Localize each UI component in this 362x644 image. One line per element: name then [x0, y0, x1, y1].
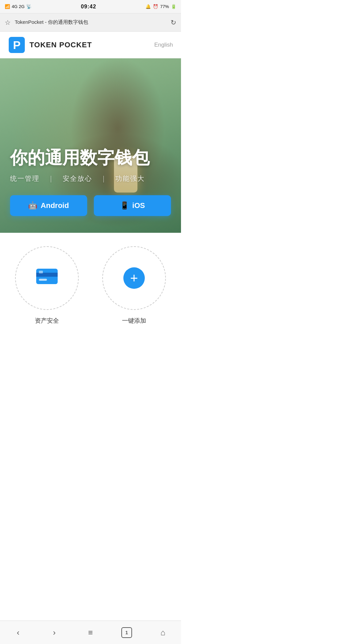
feature-2: 安全放心 [63, 175, 92, 182]
logo-text: TOKEN POCKET [29, 41, 92, 49]
browser-title: TokenPocket - 你的通用数字钱包 [15, 19, 167, 25]
svg-text:P: P [13, 39, 21, 51]
ios-label: iOS [132, 201, 145, 210]
status-left: 📶 4G 2G 📡 [5, 4, 32, 9]
feature-1-label: 资产安全 [35, 317, 59, 325]
signal-icon: 📶 [5, 4, 10, 9]
feature-one-click-add: + 一键添加 [94, 246, 174, 325]
feature-circle-2: + [102, 246, 166, 310]
android-icon: 🤖 [28, 201, 37, 210]
hero-title: 你的通用数字钱包 [10, 148, 171, 168]
android-label: Android [41, 201, 69, 210]
svg-rect-4 [39, 279, 47, 281]
feature-1: 统一管理 [10, 175, 40, 182]
hero-content: 你的通用数字钱包 统一管理 ｜ 安全放心 ｜ 功能强大 🤖 Android 📱 … [0, 148, 181, 216]
status-right: 🔔 ⏰ 77% 🔋 [145, 4, 176, 9]
android-download-button[interactable]: 🤖 Android [10, 195, 87, 216]
feature-asset-security: 资产安全 [7, 246, 87, 325]
logo-icon: P [8, 36, 25, 54]
features-section: 资产安全 + 一键添加 [0, 233, 181, 331]
refresh-icon[interactable]: ↻ [171, 18, 176, 26]
hero-buttons: 🤖 Android 📱 iOS [10, 195, 171, 216]
status-time: 09:42 [81, 4, 96, 10]
battery-icon: 🔋 [171, 4, 176, 9]
feature-circle-1 [15, 246, 79, 310]
separator-2: ｜ [100, 175, 108, 182]
status-bar: 📶 4G 2G 📡 09:42 🔔 ⏰ 77% 🔋 [0, 0, 181, 13]
hero-section: 你的通用数字钱包 统一管理 ｜ 安全放心 ｜ 功能强大 🤖 Android 📱 … [0, 58, 181, 233]
browser-bar: ☆ TokenPocket - 你的通用数字钱包 ↻ [0, 13, 181, 32]
battery-text: 77% [160, 4, 169, 9]
plus-icon: + [123, 267, 145, 289]
language-button[interactable]: English [154, 42, 173, 48]
bookmark-icon[interactable]: ☆ [5, 18, 11, 26]
logo-area: P TOKEN POCKET [8, 36, 92, 54]
hero-subtitle: 统一管理 ｜ 安全放心 ｜ 功能强大 [10, 174, 171, 183]
ios-download-button[interactable]: 📱 iOS [94, 195, 171, 216]
ios-icon: 📱 [120, 201, 129, 210]
bell-icon: 🔔 [145, 4, 151, 9]
card-icon [36, 268, 58, 288]
svg-rect-5 [39, 271, 43, 273]
feature-2-label: 一键添加 [122, 317, 146, 325]
feature-3: 功能强大 [115, 175, 145, 182]
signal-text: 4G 2G [12, 4, 24, 9]
alarm-icon: ⏰ [153, 4, 158, 9]
wifi-icon: 📡 [26, 4, 32, 9]
separator-1: ｜ [48, 175, 55, 182]
site-header: P TOKEN POCKET English [0, 32, 181, 58]
